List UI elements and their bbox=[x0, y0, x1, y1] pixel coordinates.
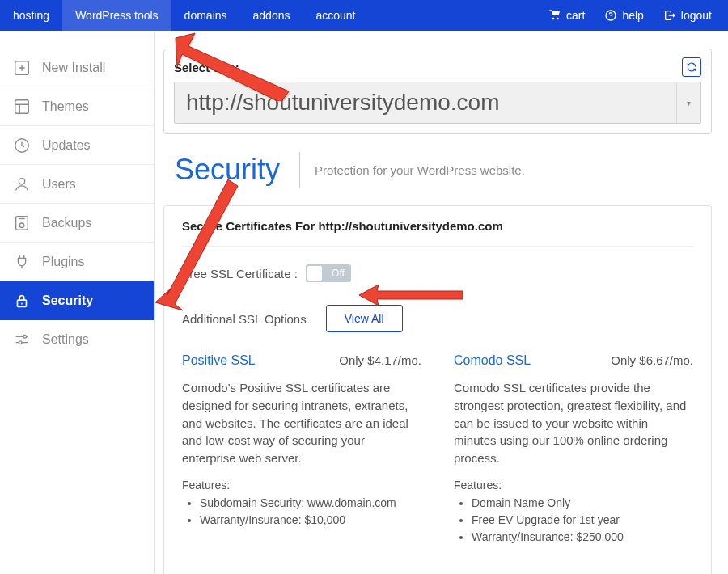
chevron-down-icon: ▾ bbox=[676, 82, 700, 123]
help-label: help bbox=[622, 9, 643, 22]
svg-point-9 bbox=[19, 341, 22, 344]
select-site-label: Select Site: bbox=[174, 61, 239, 74]
logout-icon bbox=[663, 9, 676, 22]
card-heading: Secure Certificates For http://shoutuniv… bbox=[182, 219, 693, 247]
ssl-name-link[interactable]: Comodo SSL bbox=[454, 353, 531, 368]
nav-hosting[interactable]: hosting bbox=[0, 0, 62, 31]
nav-addons[interactable]: addons bbox=[240, 0, 303, 31]
sidebar-item-backups[interactable]: Backups bbox=[0, 204, 154, 243]
view-all-button[interactable]: View All bbox=[326, 305, 403, 332]
ssl-option-positive: Positive SSL Only $4.17/mo. Comodo's Pos… bbox=[182, 353, 421, 546]
logout-link[interactable]: logout bbox=[654, 9, 722, 22]
sidebar-item-users[interactable]: Users bbox=[0, 165, 154, 204]
features-list: Subdomain Security: www.domain.com Warra… bbox=[182, 495, 421, 529]
sidebar-item-themes[interactable]: Themes bbox=[0, 87, 154, 126]
svg-rect-2 bbox=[15, 99, 29, 113]
nav-account[interactable]: account bbox=[303, 0, 368, 31]
ssl-price: Only $6.67/mo. bbox=[611, 353, 693, 367]
cart-label: cart bbox=[566, 9, 585, 22]
sidebar-item-security[interactable]: Security bbox=[0, 281, 154, 320]
page-subtitle: Protection for your WordPress website. bbox=[299, 152, 525, 188]
cart-icon bbox=[548, 9, 561, 22]
help-link[interactable]: help bbox=[595, 9, 653, 22]
site-select-dropdown[interactable]: http://shoutuniversitydemo.com ▾ bbox=[174, 82, 701, 124]
ssl-description: Comodo SSL certificates provide the stro… bbox=[454, 379, 693, 467]
cart-link[interactable]: cart bbox=[539, 9, 595, 22]
page-title: Security bbox=[175, 153, 299, 187]
nav-domains[interactable]: domains bbox=[171, 0, 240, 31]
clock-icon bbox=[13, 137, 31, 154]
sidebar-item-label: Settings bbox=[42, 332, 89, 347]
free-ssl-toggle[interactable]: Off bbox=[306, 264, 351, 282]
ssl-price: Only $4.17/mo. bbox=[339, 353, 421, 367]
sidebar-item-new-install[interactable]: New Install bbox=[0, 49, 154, 87]
ssl-description: Comodo's Positive SSL certificates are d… bbox=[182, 379, 421, 467]
refresh-icon bbox=[686, 61, 697, 73]
user-icon bbox=[13, 175, 31, 193]
plus-box-icon bbox=[13, 59, 31, 77]
sidebar-item-label: Security bbox=[42, 293, 93, 308]
features-list: Domain Name Only Free EV Upgrade for 1st… bbox=[454, 495, 693, 546]
nav-wordpress-tools[interactable]: WordPress tools bbox=[62, 0, 171, 31]
additional-ssl-label: Additional SSL Options bbox=[182, 312, 307, 326]
sidebar-item-updates[interactable]: Updates bbox=[0, 126, 154, 165]
svg-point-4 bbox=[19, 178, 24, 184]
ssl-name-link[interactable]: Positive SSL bbox=[182, 353, 256, 368]
svg-point-6 bbox=[19, 223, 24, 228]
sidebar-item-label: Plugins bbox=[42, 255, 84, 269]
ssl-card: Secure Certificates For http://shoutuniv… bbox=[163, 205, 712, 574]
logout-label: logout bbox=[681, 9, 712, 22]
sidebar-item-plugins[interactable]: Plugins bbox=[0, 243, 154, 281]
sidebar: New Install Themes Updates Users Backups… bbox=[0, 31, 155, 574]
layout-icon bbox=[13, 98, 31, 116]
ssl-option-comodo: Comodo SSL Only $6.67/mo. Comodo SSL cer… bbox=[454, 353, 693, 546]
feature-item: Free EV Upgrade for 1st year bbox=[472, 512, 693, 529]
sidebar-item-label: New Install bbox=[42, 61, 105, 75]
help-icon bbox=[604, 9, 617, 22]
sidebar-item-label: Updates bbox=[42, 138, 91, 153]
feature-item: Warranty/Insurance: $250,000 bbox=[472, 529, 693, 546]
toggle-knob bbox=[307, 266, 322, 281]
plug-icon bbox=[13, 253, 31, 271]
disk-icon bbox=[13, 214, 31, 232]
lock-icon bbox=[13, 292, 31, 310]
free-ssl-label: Free SSL Certificate : bbox=[182, 267, 298, 281]
feature-item: Warranty/Insurance: $10,000 bbox=[200, 512, 421, 529]
selected-site-url: http://shoutuniversitydemo.com bbox=[186, 90, 500, 116]
sidebar-item-label: Themes bbox=[42, 99, 89, 114]
svg-point-8 bbox=[23, 336, 27, 339]
refresh-button[interactable] bbox=[682, 57, 701, 77]
topnav: hosting WordPress tools domains addons a… bbox=[0, 0, 369, 31]
sidebar-item-settings[interactable]: Settings bbox=[0, 320, 154, 359]
sidebar-item-label: Backups bbox=[42, 216, 91, 230]
features-title: Features: bbox=[454, 479, 693, 492]
feature-item: Domain Name Only bbox=[472, 495, 693, 512]
toggle-state: Off bbox=[332, 268, 345, 279]
sliders-icon bbox=[13, 331, 31, 348]
site-select-panel: Select Site: http://shoutuniversitydemo.… bbox=[163, 49, 712, 134]
sidebar-item-label: Users bbox=[42, 177, 76, 192]
feature-item: Subdomain Security: www.domain.com bbox=[200, 495, 421, 512]
features-title: Features: bbox=[182, 479, 421, 492]
